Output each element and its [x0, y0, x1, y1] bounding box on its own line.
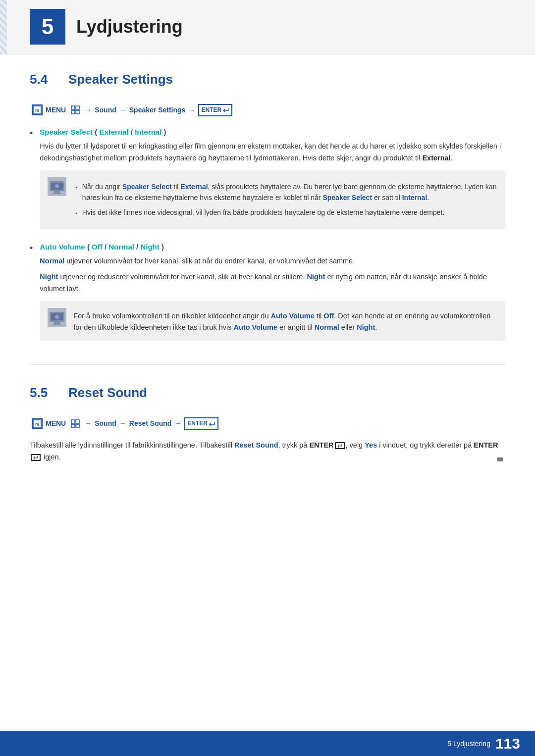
- menu-sound-55: Sound: [95, 418, 116, 429]
- sub-bullet-1-1: ▪ Når du angir Speaker Select til Extern…: [73, 181, 497, 203]
- svg-rect-21: [76, 420, 79, 423]
- menu-reset-sound: Reset Sound: [129, 418, 172, 429]
- note-2-content: For å bruke volumkontrollen til en tilko…: [73, 308, 497, 334]
- svg-rect-17: [53, 324, 61, 325]
- internal-label: Internal: [135, 128, 161, 136]
- menu-arrow2: →: [119, 104, 126, 115]
- bullet-2-title: Auto Volume ( Off / Normal / Night ): [40, 241, 505, 253]
- svg-rect-10: [54, 191, 60, 193]
- menu-speaker-settings: Speaker Settings: [129, 104, 186, 115]
- section-5-5-header: 5.5 Reset Sound: [30, 383, 505, 403]
- menu-label: MENU: [46, 104, 66, 115]
- footer-chapter-ref: 5 Lydjustering: [447, 738, 490, 749]
- enter-label: ENTER: [201, 105, 221, 115]
- footer: 5 Lydjustering 113: [0, 731, 535, 756]
- sub-bullet-dot-2: ▪: [75, 209, 77, 217]
- sep1: /: [131, 128, 135, 136]
- external-label: External: [99, 128, 128, 136]
- sub-bullets-1: ▪ Når du angir Speaker Select til Extern…: [73, 181, 497, 218]
- header-stripe: 5 Lydjustering: [0, 0, 535, 54]
- svg-rect-11: [53, 193, 61, 194]
- svg-point-15: [55, 315, 59, 319]
- menu-arrow3-55: →: [174, 418, 181, 429]
- bullet-1-body: Hvis du lytter til lydsporet til en krin…: [40, 141, 505, 164]
- sub-bullet-1-1-text: Når du angir Speaker Select til External…: [82, 181, 497, 203]
- auto-volume-label: Auto Volume: [40, 243, 85, 251]
- sub-bullet-1-2: ▪ Hvis det ikke finnes noe videosignal, …: [73, 207, 497, 218]
- note-icon-2: [48, 308, 66, 327]
- menu-arrow1-55: →: [85, 418, 92, 429]
- note-1-content: ▪ Når du angir Speaker Select til Extern…: [73, 177, 497, 222]
- svg-rect-22: [71, 424, 75, 428]
- bullet-1-content: Speaker Select ( External / Internal ) H…: [40, 126, 505, 235]
- menu-icon-55: m: [32, 418, 43, 429]
- enter-icon: ENTER: [198, 104, 232, 116]
- bullet-dot-1: •: [30, 126, 33, 141]
- off-label: Off: [92, 243, 103, 251]
- section-5-5: 5.5 Reset Sound m MENU → Sound: [30, 383, 505, 463]
- svg-rect-20: [71, 420, 75, 423]
- note-box-1: ▪ Når du angir Speaker Select til Extern…: [40, 170, 505, 229]
- bullet-speaker-select: • Speaker Select ( External / Internal )…: [30, 126, 505, 235]
- section-5-4: 5.4 Speaker Settings m MENU → S: [30, 69, 505, 347]
- enter-icon-55: ENTER: [184, 417, 218, 430]
- grid-icon: [70, 104, 81, 115]
- section-5-5-title: Reset Sound: [68, 383, 147, 403]
- section-5-4-menu-path: m MENU → Sound → Speaker Settings → ENTE…: [30, 104, 505, 116]
- svg-text:m: m: [35, 422, 39, 427]
- left-bar-decoration: [0, 0, 7, 54]
- svg-rect-3: [76, 106, 79, 109]
- svg-rect-4: [71, 110, 75, 114]
- svg-rect-5: [76, 110, 79, 114]
- menu-label-55: MENU: [46, 418, 66, 429]
- chapter-block: 5 Lydjustering: [30, 9, 183, 45]
- menu-arrow3: →: [188, 104, 195, 115]
- menu-arrow2-55: →: [119, 418, 126, 429]
- svg-point-9: [55, 184, 59, 188]
- paren-close-2: ): [161, 243, 164, 251]
- paren-open-2: (: [87, 243, 90, 251]
- svg-text:m: m: [35, 108, 39, 113]
- normal-label: Normal: [108, 243, 134, 251]
- section-5-5-body: Tilbakestill alle lydinnstillinger til f…: [30, 440, 505, 463]
- main-content: 5.4 Speaker Settings m MENU → S: [30, 69, 505, 463]
- menu-icon: m: [32, 104, 43, 115]
- menu-arrow1: →: [85, 104, 92, 115]
- night-label: Night: [140, 243, 159, 251]
- paren-open: (: [95, 128, 97, 136]
- chapter-number: 5: [30, 9, 65, 45]
- grid-icon-55: [70, 418, 81, 429]
- svg-rect-23: [76, 424, 79, 428]
- note-icon-1: [48, 177, 66, 196]
- paren-close: ): [163, 128, 166, 136]
- enter-label-55: ENTER: [187, 419, 208, 428]
- bullet-1-title: Speaker Select ( External / Internal ): [40, 126, 505, 138]
- sub-bullet-dot-1: ▪: [75, 184, 77, 192]
- note-2-text: For å bruke volumkontrollen til en tilko…: [73, 310, 497, 334]
- section-divider: [30, 364, 505, 365]
- section-5-4-number: 5.4: [30, 69, 59, 90]
- section-5-4-header: 5.4 Speaker Settings: [30, 69, 505, 90]
- note-box-2: For å bruke volumkontrollen til en tilko…: [40, 301, 505, 341]
- bullet-auto-volume: • Auto Volume ( Off / Normal / Night ) N…: [30, 241, 505, 347]
- section-5-4-title: Speaker Settings: [68, 69, 173, 90]
- footer-page-number: 113: [495, 732, 520, 756]
- sep2: /: [105, 243, 108, 251]
- sub-bullet-1-2-text: Hvis det ikke finnes noe videosignal, vi…: [82, 207, 445, 218]
- speaker-select-label: Speaker Select: [40, 128, 93, 136]
- svg-rect-16: [54, 322, 60, 324]
- bullet-dot-2: •: [30, 241, 33, 255]
- chapter-title: Lydjustering: [76, 12, 183, 41]
- bullet-2-content: Auto Volume ( Off / Normal / Night ) Nor…: [40, 241, 505, 347]
- section-5-5-number: 5.5: [30, 383, 59, 403]
- normal-line: Normal utjevner volumnivået for hver kan…: [40, 255, 505, 267]
- section-5-5-menu-path: m MENU → Sound → Reset Sound → ENTER: [30, 417, 505, 430]
- menu-sound: Sound: [95, 104, 116, 115]
- svg-rect-2: [71, 106, 75, 109]
- night-line: Night utjevner og reduserer volumnivået …: [40, 271, 505, 295]
